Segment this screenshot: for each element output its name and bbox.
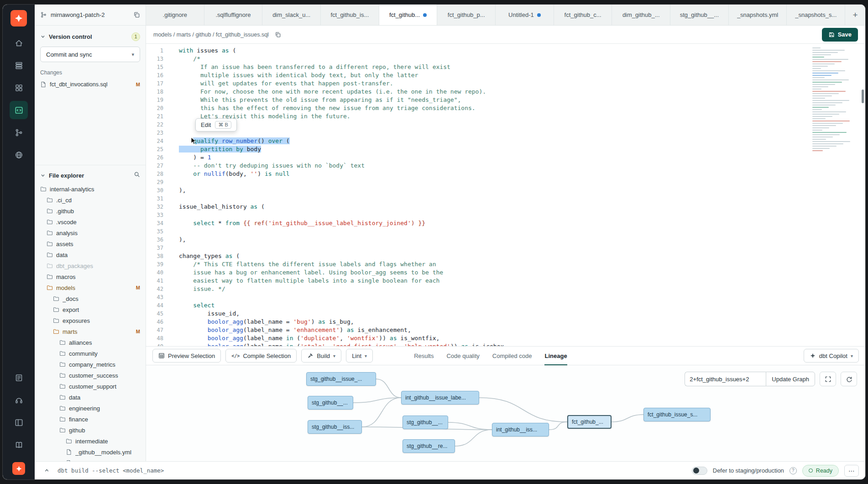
tab-lineage[interactable]: Lineage (544, 346, 567, 365)
code-line[interactable]: 15 If an issue has been transferred to a… (146, 63, 865, 71)
nav-warehouse[interactable] (10, 56, 28, 74)
code-line[interactable]: 21 Let's revisit this modeling in the fu… (146, 112, 865, 121)
nav-apps[interactable] (10, 79, 28, 97)
editor-tab[interactable]: _snapshots.yml (729, 5, 787, 25)
code-line[interactable]: 32issue_label_history as ( (146, 203, 865, 211)
code-line[interactable]: 49 boolor_agg(label_name in ('stale', 'g… (146, 342, 865, 346)
command-input[interactable]: dbt build --select <model_name> (58, 467, 686, 474)
build-button[interactable]: Build ▾ (301, 349, 341, 363)
code-line[interactable]: 39 /* This CTE flattens the different is… (146, 260, 865, 268)
code-line[interactable]: 36), (146, 236, 865, 244)
code-line[interactable]: 44 select (146, 301, 865, 310)
nav-notes[interactable] (10, 368, 28, 387)
tree-item-internal-analytics[interactable]: internal-analytics (35, 184, 146, 195)
tree-item-_github__models.yml[interactable]: _github__models.yml (35, 447, 146, 458)
code-line[interactable]: 27 -- don't try deduping issues with no … (146, 162, 865, 170)
nav-support[interactable] (10, 391, 28, 409)
nav-ide[interactable] (10, 101, 28, 119)
tree-item-customer_success[interactable]: customer_success (35, 370, 146, 381)
tree-item-company_metrics[interactable]: company_metrics (35, 359, 146, 370)
compile-selection-button[interactable]: </> Compile Selection (225, 349, 297, 363)
code-line[interactable]: 24 qualify row_number() over ( (146, 137, 865, 145)
profile-avatar[interactable] (12, 462, 25, 475)
tree-item-_docs[interactable]: _docs (35, 293, 146, 304)
tree-item-dbt_packages[interactable]: dbt_packages (35, 260, 146, 271)
tree-item-.github[interactable]: .github (35, 205, 146, 216)
code-line[interactable]: 37 (146, 244, 865, 252)
editor-tab[interactable]: fct_github_is... (321, 5, 379, 25)
preview-selection-button[interactable]: Preview Selection (152, 349, 221, 363)
tree-item-github[interactable]: github (35, 425, 146, 436)
editor-tab[interactable]: .sqlfluffignore (204, 5, 263, 25)
copy-icon[interactable] (133, 11, 140, 18)
code-line[interactable]: 30), (146, 186, 865, 195)
code-line[interactable]: 45 issue_id, (146, 310, 865, 318)
code-line[interactable]: 26 ) = 1 (146, 153, 865, 162)
code-line[interactable]: 22 (146, 121, 865, 129)
tree-item-macros[interactable]: macros (35, 271, 146, 282)
code-line[interactable]: 31 (146, 195, 865, 203)
editor-tab[interactable]: fct_github... (379, 5, 438, 25)
nav-docs[interactable] (10, 436, 28, 454)
copy-path-button[interactable] (273, 30, 283, 40)
lint-button[interactable]: Lint ▾ (346, 349, 373, 363)
tree-item-assets[interactable]: assets (35, 238, 146, 249)
refresh-button[interactable] (841, 372, 857, 386)
lineage-node[interactable]: fct_github_issue_s... (643, 408, 711, 421)
lineage-node[interactable]: stg_github__re... (403, 439, 455, 453)
editor-scrollbar-thumb[interactable] (862, 89, 864, 103)
code-line[interactable]: 19 While this prevents the old issue fro… (146, 96, 865, 104)
code-line[interactable]: 35 (146, 227, 865, 236)
tree-item-customer_support[interactable]: customer_support (35, 381, 146, 392)
nav-git-branch[interactable] (10, 123, 28, 142)
code-line[interactable]: 16 multiple issues with identical body t… (146, 71, 865, 79)
editor-tab[interactable]: dim_slack_u... (262, 5, 321, 25)
code-line[interactable]: 18 For now, choose the one with more rec… (146, 88, 865, 96)
lineage-node[interactable]: stg_github__... (403, 416, 448, 429)
tree-item-alliances[interactable]: alliances (35, 337, 146, 348)
tree-item-models[interactable]: modelsM (35, 282, 146, 293)
code-line[interactable]: 38change_types as ( (146, 252, 865, 260)
code-line[interactable]: 25 partition by body (146, 145, 865, 153)
code-line[interactable]: 42 issue. */ (146, 285, 865, 293)
more-options-button[interactable]: ⋯ (844, 465, 859, 477)
lineage-node[interactable]: int_github__iss... (492, 423, 549, 437)
code-line[interactable]: 33 (146, 211, 865, 219)
code-line[interactable]: 29 (146, 178, 865, 186)
minimap[interactable] (812, 47, 858, 151)
status-badge[interactable]: Ready (802, 465, 839, 477)
update-graph-button[interactable]: Update Graph (766, 372, 815, 386)
tree-item-dim_github__user...[interactable]: dim_github__user... (35, 458, 146, 461)
dbt-copilot-button[interactable]: dbt Copilot ▾ (804, 349, 859, 363)
tree-item-.ci_cd[interactable]: .ci_cd (35, 195, 146, 205)
save-button[interactable]: Save (822, 28, 858, 42)
dbt-logo[interactable] (10, 10, 27, 26)
code-line[interactable]: 13 /* (146, 55, 865, 63)
code-line[interactable]: 17 will get updates for events that happ… (146, 79, 865, 88)
code-line[interactable]: 1with issues as ( (146, 47, 865, 55)
nav-layout[interactable] (10, 413, 28, 431)
editor-tab[interactable]: _snapshots_s... (787, 5, 845, 25)
fullscreen-button[interactable] (820, 372, 836, 386)
tree-item-.vscode[interactable]: .vscode (35, 216, 146, 227)
tree-item-data[interactable]: data (35, 392, 146, 403)
nav-home[interactable] (10, 34, 28, 52)
editor-tab[interactable]: Untitled-1 (496, 5, 554, 25)
code-line[interactable]: 28 or nullif(body, '') is null (146, 170, 865, 178)
lineage-node[interactable]: stg_github__issue_... (306, 372, 376, 386)
code-line[interactable]: 23 (146, 129, 865, 137)
code-line[interactable]: 43 (146, 293, 865, 301)
code-line[interactable]: 20 this has the effect of removing the n… (146, 104, 865, 112)
tree-item-intermediate[interactable]: intermediate (35, 436, 146, 447)
editor-tab[interactable]: .gitignore (146, 5, 204, 25)
file-search-button[interactable] (134, 171, 140, 179)
version-control-header[interactable]: Version control 1 (40, 31, 140, 42)
edit-popup[interactable]: Edit ⌘ B (195, 118, 237, 132)
tree-item-marts[interactable]: martsM (35, 326, 146, 337)
expand-command-bar-button[interactable] (41, 465, 52, 476)
nav-globe[interactable] (10, 146, 28, 164)
editor-tab[interactable]: dim_github_... (612, 5, 670, 25)
tree-item-data[interactable]: data (35, 249, 146, 260)
help-icon[interactable]: ? (790, 467, 797, 474)
tab-code-quality[interactable]: Code quality (446, 346, 479, 365)
